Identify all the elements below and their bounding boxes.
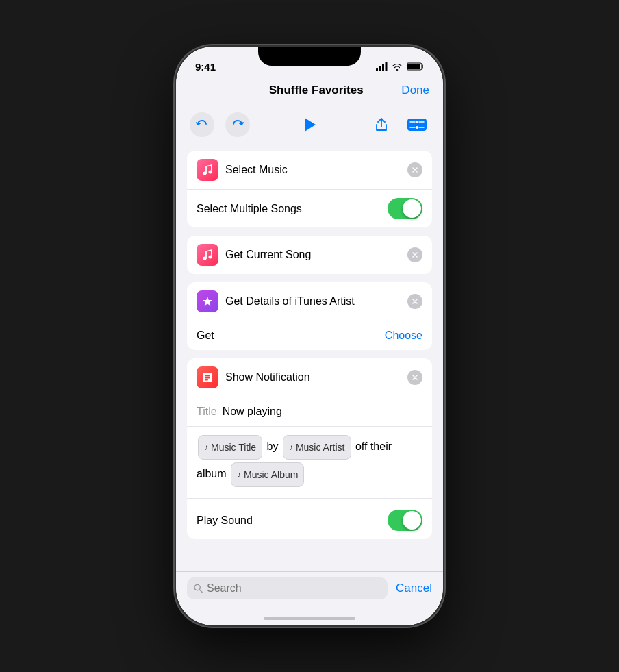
music-title-chip[interactable]: ♪ Music Title — [198, 435, 262, 460]
toolbar — [176, 104, 443, 145]
undo-icon — [196, 119, 208, 131]
play-sound-knob — [403, 511, 421, 530]
close-icon — [412, 166, 418, 173]
select-music-icon — [197, 159, 218, 181]
svg-point-16 — [209, 256, 212, 259]
music-note-icon — [201, 164, 214, 176]
get-current-song-close[interactable] — [407, 247, 422, 262]
svg-line-22 — [199, 590, 202, 593]
search-bar: Cancel — [176, 571, 443, 605]
svg-rect-19 — [205, 377, 210, 379]
notch — [258, 47, 361, 66]
battery-icon — [407, 62, 424, 71]
settings-button[interactable] — [405, 112, 429, 137]
tooltip-line — [431, 408, 443, 408]
by-text: by — [267, 440, 281, 452]
svg-point-7 — [416, 121, 418, 123]
close-3-icon — [412, 298, 418, 305]
select-music-close[interactable] — [407, 162, 422, 177]
signal-icon — [376, 62, 388, 71]
choose-button[interactable]: Choose — [385, 329, 422, 342]
play-button[interactable] — [294, 110, 325, 140]
get-choose-row: Get Choose — [187, 321, 432, 350]
svg-rect-20 — [205, 379, 208, 381]
title-label: Title — [197, 406, 217, 418]
play-icon — [303, 117, 316, 132]
svg-rect-0 — [376, 68, 378, 71]
chip-music-album-label: Music Album — [244, 465, 298, 484]
chip-music-title-label: Music Title — [211, 438, 256, 457]
play-sound-label: Play Sound — [197, 514, 388, 527]
close-4-icon — [412, 374, 418, 381]
get-details-header-row: Get Details of iTunes Artist — [187, 282, 432, 321]
svg-rect-2 — [382, 64, 384, 71]
search-cancel-button[interactable]: Cancel — [396, 582, 432, 595]
svg-point-8 — [416, 126, 418, 129]
chip-music-note-icon: ♪ — [204, 439, 208, 456]
chip-music-note-3-icon: ♪ — [237, 466, 241, 483]
show-notification-icon — [197, 366, 218, 388]
show-notification-close[interactable] — [407, 370, 422, 385]
music-artist-chip[interactable]: ♪ Music Artist — [283, 435, 351, 460]
get-details-icon — [197, 290, 218, 312]
get-current-song-icon — [197, 244, 218, 266]
nav-title: Shuffle Favorites — [269, 84, 364, 97]
status-time: 9:41 — [195, 61, 216, 73]
redo-icon — [231, 119, 244, 131]
show-notification-card: Show Notification Title Now playing — [187, 358, 432, 539]
phone-frame: 9:41 — [176, 47, 443, 625]
svg-rect-1 — [379, 66, 381, 71]
nav-bar: Shuffle Favorites Done — [176, 77, 443, 104]
select-music-card: Select Music Select Multiple Songs — [187, 151, 432, 227]
show-notification-title: Show Notification — [225, 371, 407, 384]
search-input[interactable] — [207, 582, 381, 595]
phone-screen: 9:41 — [176, 47, 443, 625]
music-album-chip[interactable]: ♪ Music Album — [231, 462, 304, 487]
notification-icon — [201, 371, 214, 384]
play-sound-toggle[interactable] — [388, 510, 422, 531]
close-2-icon — [412, 251, 418, 258]
star-icon — [201, 295, 214, 308]
svg-point-15 — [203, 257, 207, 260]
search-input-wrap — [187, 577, 388, 599]
share-icon — [375, 117, 388, 132]
undo-button[interactable] — [190, 112, 214, 137]
get-current-song-card: Get Current Song — [187, 236, 432, 274]
get-details-title: Get Details of iTunes Artist — [225, 295, 407, 308]
get-current-song-title: Get Current Song — [225, 249, 407, 261]
get-label: Get — [197, 329, 214, 342]
show-notification-header-row: Show Notification — [187, 358, 432, 397]
chip-music-note-2-icon: ♪ — [289, 439, 293, 456]
svg-rect-6 — [407, 119, 427, 131]
done-button[interactable]: Done — [401, 84, 429, 97]
redo-button[interactable] — [225, 112, 250, 137]
settings-icon — [407, 119, 427, 131]
home-indicator — [264, 617, 355, 620]
select-multiple-toggle[interactable] — [388, 198, 422, 219]
svg-rect-3 — [386, 62, 388, 71]
play-sound-row: Play Sound — [187, 501, 432, 539]
search-icon — [194, 584, 203, 593]
notification-title-row: Title Now playing — [187, 397, 432, 427]
select-music-row: Select Music — [187, 151, 432, 190]
wifi-icon — [392, 62, 403, 71]
select-music-title: Select Music — [225, 164, 407, 176]
music-note-2-icon — [201, 249, 214, 261]
svg-rect-5 — [407, 64, 420, 69]
status-icons — [376, 62, 424, 71]
get-details-close[interactable] — [407, 294, 422, 309]
select-multiple-songs-label: Select Multiple Songs — [197, 203, 388, 215]
content-area: Select Music Select Multiple Songs — [176, 145, 443, 612]
select-multiple-songs-row: Select Multiple Songs — [187, 190, 432, 227]
svg-point-13 — [203, 172, 207, 175]
share-button[interactable] — [369, 112, 394, 137]
get-current-song-row: Get Current Song — [187, 236, 432, 274]
toggle-knob — [403, 199, 421, 218]
get-details-card: Get Details of iTunes Artist Get Choose — [187, 282, 432, 350]
chip-music-artist-label: Music Artist — [296, 438, 345, 457]
svg-rect-18 — [205, 375, 210, 377]
svg-point-14 — [209, 171, 212, 174]
chips-area: ♪ Music Title by ♪ Music Artist off thei… — [187, 427, 432, 499]
title-value: Now playing — [223, 406, 282, 418]
